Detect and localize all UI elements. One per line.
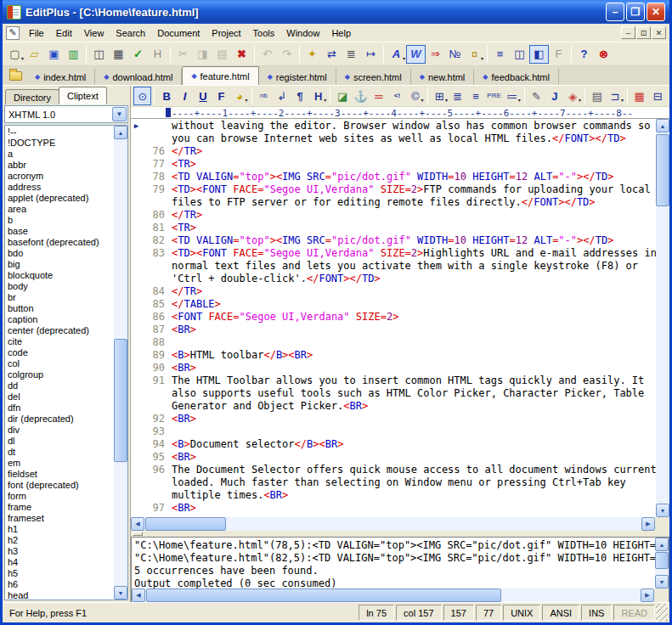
cliptext-item[interactable]: b <box>8 215 112 226</box>
cliptext-item[interactable]: del <box>8 391 112 403</box>
color-palette-button[interactable]: ▦ <box>630 87 648 105</box>
tab-directory[interactable]: Directory <box>5 89 59 104</box>
menu-project[interactable]: Project <box>206 25 246 41</box>
scroll-down-icon[interactable]: ▼ <box>655 575 669 588</box>
cliptext-item[interactable]: h2 <box>8 535 112 546</box>
scroll-up-icon[interactable]: ▲ <box>655 538 669 551</box>
status-157[interactable]: 157 <box>443 605 474 621</box>
status-ln-75[interactable]: ln 75 <box>359 605 394 621</box>
line-break-button[interactable]: ↲ <box>273 87 291 105</box>
editor-vertical-scrollbar[interactable]: ▲ ▼ <box>656 119 669 517</box>
save-file-button[interactable]: ▣ <box>44 45 64 64</box>
user-tools-button[interactable]: ¤▾ <box>465 45 484 64</box>
function-list-button[interactable]: F <box>549 45 568 64</box>
line-numbers-button[interactable]: № <box>445 45 465 64</box>
script-tag-button[interactable]: ✎ <box>528 87 545 105</box>
scroll-thumb[interactable] <box>655 552 669 569</box>
document-selector-button[interactable] <box>4 67 26 84</box>
list-tag-button[interactable]: ≔▾ <box>503 87 521 105</box>
tab-download-html[interactable]: ◆download.html <box>95 69 182 85</box>
new-file-button[interactable]: ▢▾ <box>5 45 25 64</box>
cliptext-item[interactable]: blockquote <box>8 270 112 281</box>
table-generator-button[interactable]: ⊞▾ <box>431 87 449 105</box>
underline-button[interactable]: U <box>194 87 212 105</box>
tab-settings-button[interactable]: ⇒ <box>426 45 445 64</box>
scroll-down-icon[interactable]: ▼ <box>114 586 127 600</box>
stop-button[interactable]: ⊗ <box>594 45 613 64</box>
output-vertical-scrollbar[interactable]: ▲ ▼ <box>655 538 669 588</box>
cliptext-item[interactable]: acronym <box>8 171 112 182</box>
span-tag-button[interactable]: ⊐▾ <box>607 87 624 105</box>
cliptext-item[interactable]: fieldset <box>8 469 112 480</box>
title-bar[interactable]: EditPlus - [C:\Home\feature.html] – ❐ ✕ <box>3 0 669 24</box>
frames-button[interactable]: ⊟ <box>648 87 666 105</box>
scroll-up-icon[interactable]: ▲ <box>656 119 669 132</box>
tab-new-html[interactable]: ◆new.html <box>411 69 475 85</box>
comment-button[interactable]: <! <box>388 87 406 105</box>
cliptext-item[interactable]: dfn <box>8 403 112 414</box>
cliptext-item[interactable]: area <box>8 204 112 215</box>
tab-feature-html[interactable]: ◆feature.html <box>182 66 258 85</box>
open-file-button[interactable]: ▱ <box>25 45 44 64</box>
cliptext-item[interactable]: frameset <box>8 513 112 524</box>
cliptext-item[interactable]: h1 <box>8 524 112 535</box>
bold-button[interactable]: B <box>157 87 175 105</box>
status-col-157[interactable]: col 157 <box>396 605 441 621</box>
editor-text-area[interactable]: ▶without leaving the editor. Browser win… <box>131 119 656 517</box>
mdi-minimize-button[interactable]: – <box>621 26 635 39</box>
scroll-down-icon[interactable]: ▼ <box>656 504 669 517</box>
cliptext-scrollbar[interactable]: ▲ ▼ <box>114 126 127 600</box>
cliptext-item[interactable]: cite <box>8 336 112 347</box>
align-right-button[interactable]: ≡ <box>466 87 484 105</box>
mdi-close-button[interactable]: ✕ <box>652 26 666 39</box>
cliptext-item[interactable]: button <box>8 303 112 314</box>
cliptext-item[interactable]: !-- <box>8 127 112 138</box>
javascript-button[interactable]: J <box>545 87 563 105</box>
set-font-button[interactable]: A▾ <box>387 45 406 64</box>
menu-edit[interactable]: Edit <box>50 25 78 41</box>
menu-tools[interactable]: Tools <box>247 25 281 41</box>
status-read[interactable]: READ <box>613 605 655 621</box>
cliptext-item[interactable]: basefont (deprecated) <box>8 237 112 248</box>
output-splitter[interactable] <box>131 531 669 537</box>
cliptext-item[interactable]: col <box>8 358 112 369</box>
scroll-up-icon[interactable]: ▲ <box>114 126 127 139</box>
scroll-thumb[interactable] <box>146 588 501 602</box>
scroll-thumb[interactable] <box>114 339 127 462</box>
image-button[interactable]: ◪ <box>333 87 351 105</box>
tab-register-html[interactable]: ◆register.html <box>259 69 336 85</box>
cliptext-item[interactable]: abbr <box>8 160 112 171</box>
menu-search[interactable]: Search <box>110 25 151 41</box>
delete-button[interactable]: ✖ <box>232 45 251 64</box>
scroll-left-icon[interactable]: ◀ <box>132 588 145 602</box>
cliptext-item[interactable]: h3 <box>8 546 112 557</box>
horizontal-rule-button[interactable]: ═ <box>370 87 387 105</box>
cliptext-item[interactable]: code <box>8 347 112 358</box>
output-window-button[interactable]: ◫ <box>510 45 529 64</box>
h-document-button[interactable]: H <box>148 45 167 64</box>
editor-horizontal-scrollbar[interactable]: ◀ ▶ <box>131 517 655 531</box>
menu-view[interactable]: View <box>78 25 110 41</box>
status-ansi[interactable]: ANSI <box>542 605 579 621</box>
print-preview-button[interactable]: ◫ <box>89 45 109 64</box>
replace-button[interactable]: ⇄ <box>322 45 342 64</box>
mdi-restore-button[interactable]: ⊡ <box>636 26 651 39</box>
font-tag-button[interactable]: F <box>212 87 230 105</box>
scroll-right-icon[interactable]: ▶ <box>641 588 654 602</box>
tab-feedback-html[interactable]: ◆feedback.html <box>474 69 559 85</box>
tab-screen-html[interactable]: ◆screen.html <box>336 69 411 85</box>
status-ins[interactable]: INS <box>581 605 612 621</box>
resize-grip[interactable] <box>656 604 668 622</box>
cliptext-item[interactable]: br <box>8 292 112 303</box>
cliptext-item[interactable]: font (deprecated) <box>8 480 112 491</box>
italic-button[interactable]: I <box>176 87 194 105</box>
preformatted-button[interactable]: PRE <box>485 87 503 105</box>
output-horizontal-scrollbar[interactable]: ◀ ▶ <box>132 588 654 602</box>
cliptext-item[interactable]: dd <box>8 380 112 391</box>
cliptext-item[interactable]: applet (deprecated) <box>8 193 112 204</box>
cliptext-window-button[interactable]: ≡ <box>490 45 510 64</box>
scroll-right-icon[interactable]: ▶ <box>641 517 655 531</box>
save-all-button[interactable]: ▥ <box>64 45 83 64</box>
special-character-button[interactable]: ©▾ <box>406 87 424 105</box>
cliptext-item[interactable]: caption <box>8 314 112 325</box>
